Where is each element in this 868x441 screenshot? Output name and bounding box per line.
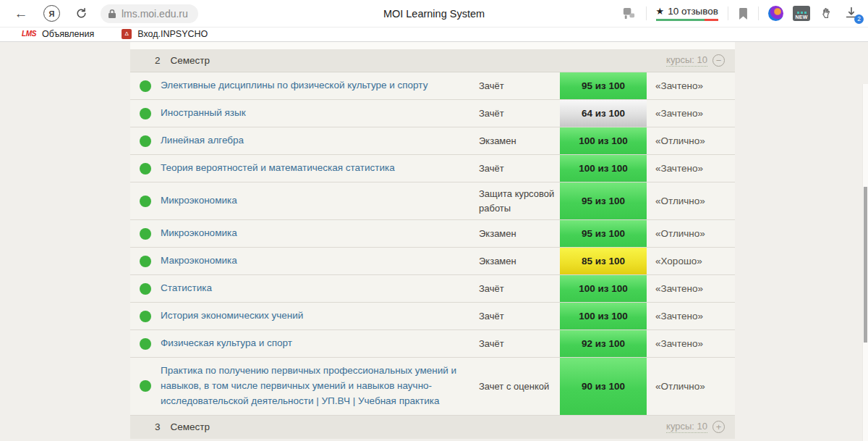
star-icon: ★ [656,6,665,17]
status-cell [130,80,161,92]
course-link[interactable]: История экономических учений [161,310,303,321]
semester-number: 2 [155,55,161,66]
course-link[interactable]: Статистика [161,282,212,293]
course-link[interactable]: Теория вероятностей и математическая ста… [161,162,395,173]
semester-3-courses-toggle[interactable]: курсы: 10 [666,421,725,433]
rating-bar [656,19,718,21]
lock-icon [108,9,116,19]
grade-text: «Отлично» [647,381,735,392]
extension-circle-icon[interactable] [768,6,783,21]
score-badge: 95 из 100 [560,72,647,99]
assessment-type: Зачёт [479,102,560,125]
semester-2-courses-toggle[interactable]: курсы: 10 [666,54,725,67]
protect-icon[interactable] [621,7,637,20]
score-badge: 64 из 100 [560,100,647,127]
page-content: 2 Семестр курсы: 10 Элективные дисциплин… [0,42,868,440]
download-count-badge: 2 [854,14,864,24]
status-cell [130,196,161,207]
course-link[interactable]: Элективные дисциплины по физической куль… [161,80,427,91]
url-text: lms.moi.edu.ru [122,8,188,20]
assessment-type: Зачёт [479,75,560,98]
assessment-type: Зачёт [479,157,560,180]
site-rating[interactable]: ★ 10 отзывов [656,6,718,21]
score-badge-cell: 95 из 100 [560,220,647,247]
collapse-icon[interactable] [712,54,725,67]
assessment-type: Зачёт [479,277,560,301]
bookmark-label: Вход.INPSYCHO [137,29,208,39]
inpsycho-favicon: Δ [122,29,132,39]
course-row: Элективные дисциплины по физической куль… [130,72,735,100]
bookmark-icon[interactable] [738,7,749,20]
score-badge-cell: 100 из 100 [560,275,647,302]
course-link[interactable]: Линейная алгебра [161,135,244,146]
reload-button[interactable] [72,4,90,23]
status-dot-icon [140,256,151,267]
semester-2-header: 2 Семестр курсы: 10 [130,49,735,72]
status-cell [130,163,161,175]
score-badge: 100 из 100 [560,303,647,329]
assessment-type: Зачёт [479,305,560,328]
course-link[interactable]: Микроэкономика [161,227,237,238]
course-link[interactable]: Макроэкономика [161,255,237,266]
grade-text: «Хорошо» [647,256,735,266]
semester-label: Семестр [171,55,210,66]
semester-number: 3 [155,421,161,432]
new-extension-icon[interactable]: NEW [793,6,810,21]
grades-table: 2 Семестр курсы: 10 Элективные дисциплин… [130,42,735,439]
grade-text: «Зачтено» [647,80,735,91]
rating-count: 10 отзывов [668,6,718,17]
scrollbar-track[interactable] [862,84,868,441]
status-cell [130,338,161,350]
assessment-type: Зачет с оценкой [479,375,560,398]
semester-label: Семестр [171,421,210,432]
course-row: Линейная алгебра Экзамен 100 из 100 «Отл… [130,127,735,155]
hand-icon[interactable] [820,7,834,21]
status-dot-icon [140,163,151,175]
assessment-type: Защита курсовой работы [479,182,560,219]
bookmark-label: Объявления [42,29,94,39]
grade-text: «Отлично» [647,135,735,146]
course-link[interactable]: Микроэкономика [161,195,237,206]
assessment-type: Экзамен [479,250,560,273]
course-row: Иностранный язык Зачёт 64 из 100 «Зачтен… [130,100,735,127]
grade-text: «Зачтено» [647,283,735,294]
status-dot-icon [140,283,151,295]
score-badge-cell: 92 из 100 [560,330,647,357]
course-row: Статистика Зачёт 100 из 100 «Зачтено» [130,275,735,303]
status-cell [130,135,161,147]
address-bar[interactable]: lms.moi.edu.ru [101,4,198,23]
grade-text: «Зачтено» [647,311,735,322]
bookmark-item-inpsycho[interactable]: Δ Вход.INPSYCHO [122,29,208,39]
course-row: Физическая культура и спорт Зачёт 92 из … [130,330,735,358]
score-badge-cell: 85 из 100 [560,248,647,274]
course-rows: Элективные дисциплины по физической куль… [130,72,735,416]
yandex-icon[interactable]: Я [43,5,60,22]
assessment-type: Экзамен [479,222,560,245]
scrollbar-thumb[interactable] [864,187,867,343]
courses-count-link[interactable]: курсы: 10 [666,54,707,67]
status-cell [130,228,161,240]
grade-text: «Отлично» [647,228,735,239]
score-badge-cell: 100 из 100 [560,303,647,329]
score-badge: 100 из 100 [560,275,647,302]
back-button[interactable]: ← [12,4,30,23]
status-dot-icon [140,338,151,350]
score-badge-cell: 95 из 100 [560,72,647,99]
course-link[interactable]: Физическая культура и спорт [161,337,292,348]
bookmarks-bar: LMS Объявления Δ Вход.INPSYCHO [0,28,868,42]
status-dot-icon [140,135,151,147]
bookmark-item-announcements[interactable]: LMS Объявления [22,29,94,39]
courses-count-link[interactable]: курсы: 10 [666,421,707,433]
grade-text: «Зачтено» [647,163,735,174]
expand-icon[interactable] [712,421,725,433]
course-link[interactable]: Иностранный язык [161,107,246,118]
status-dot-icon [140,80,151,92]
browser-toolbar: ← Я lms.moi.edu.ru MOI Learning System ★… [0,0,868,28]
score-badge: 92 из 100 [560,330,647,357]
status-cell [130,256,161,267]
downloads-button[interactable]: 2 [843,5,861,22]
score-badge-cell: 100 из 100 [560,127,647,154]
course-link[interactable]: Практика по получению первичных професси… [161,365,456,406]
score-badge: 95 из 100 [560,220,647,247]
score-badge: 90 из 100 [560,358,647,415]
